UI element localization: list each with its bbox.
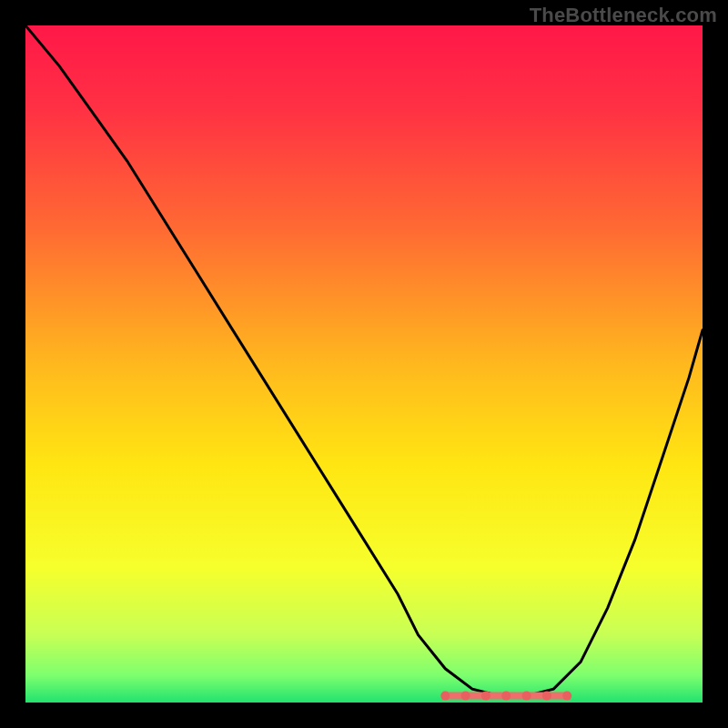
watermark-text: TheBottleneck.com bbox=[530, 4, 717, 27]
bottleneck-plot bbox=[0, 0, 728, 728]
optimal-dot bbox=[501, 692, 511, 701]
optimal-dot bbox=[522, 692, 531, 701]
optimal-dot bbox=[461, 692, 470, 701]
optimal-dot bbox=[440, 692, 450, 701]
gradient-panel bbox=[25, 25, 703, 703]
optimal-dot bbox=[562, 692, 571, 701]
optimal-dot bbox=[542, 692, 551, 701]
optimal-dot bbox=[481, 692, 490, 701]
chart-container: TheBottleneck.com bbox=[0, 0, 728, 728]
